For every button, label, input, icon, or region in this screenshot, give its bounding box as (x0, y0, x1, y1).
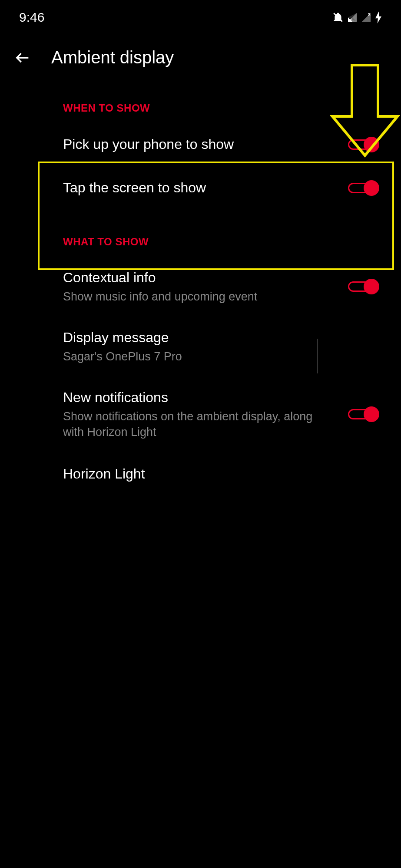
setting-horizon-light[interactable]: Horizon Light (0, 452, 401, 496)
toggle-pick-up-phone[interactable] (348, 137, 379, 152)
status-bar: 9:46 x (0, 0, 401, 30)
toggle-contextual-info[interactable] (348, 279, 379, 294)
setting-text: Display message Sagar's OnePlus 7 Pro (63, 329, 379, 364)
setting-title: New notifications (63, 389, 331, 407)
toggle-thumb (364, 406, 379, 422)
signal-icon-1 (347, 12, 358, 23)
section-header-when-to-show: WHEN TO SHOW (0, 89, 401, 123)
setting-text: Tap the screen to show (63, 179, 348, 197)
setting-text: New notifications Show notifications on … (63, 389, 348, 440)
toggle-thumb (364, 279, 379, 294)
setting-text: Pick up your phone to show (63, 135, 348, 154)
toggle-new-notifications[interactable] (348, 406, 379, 422)
svg-text:x: x (368, 12, 371, 17)
setting-title: Tap the screen to show (63, 179, 331, 197)
toggle-thumb (364, 180, 379, 196)
setting-new-notifications[interactable]: New notifications Show notifications on … (0, 376, 401, 452)
vertical-divider (317, 339, 318, 373)
header: Ambient display (0, 30, 401, 89)
section-header-what-to-show: WHAT TO SHOW (0, 210, 401, 257)
setting-title: Contextual info (63, 269, 331, 287)
charging-icon (375, 11, 382, 23)
setting-display-message[interactable]: Display message Sagar's OnePlus 7 Pro (0, 317, 401, 376)
page-title: Ambient display (51, 48, 174, 67)
setting-title: Horizon Light (63, 465, 362, 483)
setting-text: Contextual info Show music info and upco… (63, 269, 348, 304)
setting-tap-screen[interactable]: Tap the screen to show (0, 166, 401, 210)
setting-title: Pick up your phone to show (63, 135, 331, 154)
arrow-left-icon (14, 49, 31, 66)
setting-subtitle: Show notifications on the ambient displa… (63, 409, 331, 440)
signal-icon-2: x (361, 12, 371, 23)
back-button[interactable] (13, 48, 32, 67)
setting-contextual-info[interactable]: Contextual info Show music info and upco… (0, 257, 401, 317)
status-icons: x (332, 11, 382, 23)
toggle-thumb (364, 137, 379, 152)
toggle-tap-screen[interactable] (348, 180, 379, 196)
status-time: 9:46 (19, 10, 44, 25)
notifications-off-icon (332, 12, 344, 23)
setting-subtitle: Show music info and upcoming event (63, 289, 331, 304)
setting-pick-up-phone[interactable]: Pick up your phone to show (0, 123, 401, 166)
setting-text: Horizon Light (63, 465, 379, 483)
